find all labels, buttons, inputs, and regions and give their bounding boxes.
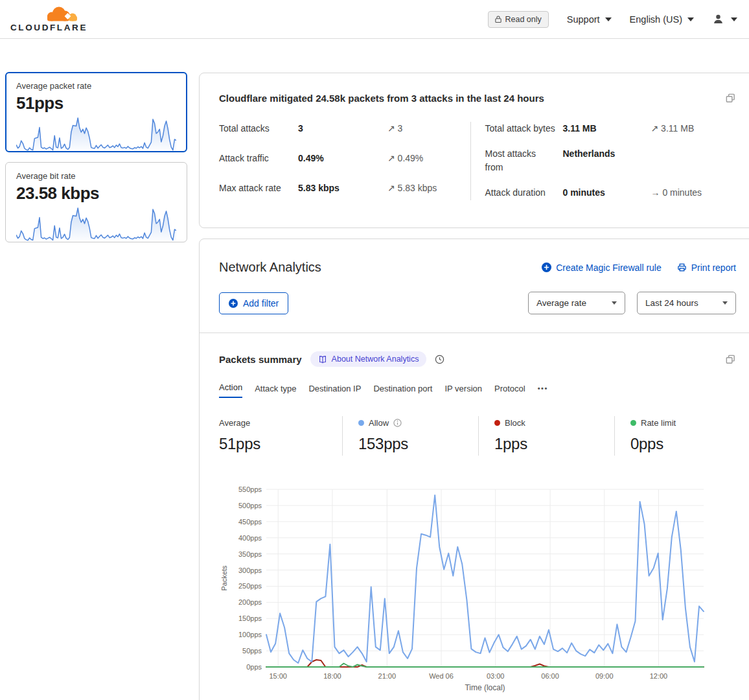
chevron-down-icon <box>605 18 612 21</box>
svg-text:Wed 06: Wed 06 <box>429 672 454 680</box>
tab-action[interactable]: Action <box>219 382 242 398</box>
support-label: Support <box>567 14 600 25</box>
stats-row: Average 51pps Allow <box>219 416 736 456</box>
add-filter-button[interactable]: Add filter <box>219 292 288 314</box>
sparkline-chart <box>16 205 176 242</box>
summary-title: Cloudflare mitigated 24.58k packets from… <box>219 93 544 104</box>
create-rule-label: Create Magic Firewall rule <box>556 262 662 273</box>
svg-text:150pps: 150pps <box>238 614 262 622</box>
copy-icon[interactable] <box>725 354 736 365</box>
stat-value: 51pps <box>219 435 342 453</box>
metric-card-packet-rate[interactable]: Average packet rate 51pps <box>5 72 187 152</box>
svg-text:15:00: 15:00 <box>269 672 287 680</box>
create-magic-firewall-rule-link[interactable]: Create Magic Firewall rule <box>542 262 662 273</box>
metric-select-value: Average rate <box>536 298 586 308</box>
stat-label: Allow <box>369 418 389 428</box>
stat-allow: Allow 153pps <box>342 416 478 456</box>
stat-value: Netherlands <box>563 147 651 161</box>
copy-icon[interactable] <box>725 93 736 104</box>
lock-icon <box>495 15 501 23</box>
section-title: Packets summary <box>219 354 302 365</box>
language-menu[interactable]: English (US) <box>630 14 694 25</box>
svg-text:06:00: 06:00 <box>541 672 559 680</box>
chevron-down-icon <box>722 301 728 305</box>
metric-card-bit-rate[interactable]: Average bit rate 23.58 kbps <box>5 162 187 242</box>
stat-block: Block 1pps <box>478 416 614 456</box>
svg-text:03:00: 03:00 <box>487 672 505 680</box>
svg-text:18:00: 18:00 <box>323 672 341 680</box>
tabs-overflow-button[interactable]: ••• <box>538 384 548 398</box>
svg-text:550pps: 550pps <box>238 485 262 493</box>
user-menu[interactable] <box>712 13 737 25</box>
stat-value: 5.83 kbps <box>298 181 387 196</box>
tab-ip-version[interactable]: IP version <box>444 384 482 398</box>
summary-left-column: Total attacks 3 ↗ 3 Attack traffic 0.49%… <box>219 122 470 200</box>
network-analytics-panel: Network Analytics Create Magic Firewall … <box>199 239 749 700</box>
metric-card-value: 51pps <box>16 93 176 113</box>
stat-label: Max attack rate <box>219 181 298 196</box>
language-label: English (US) <box>630 14 682 25</box>
svg-text:21:00: 21:00 <box>378 672 397 680</box>
packets-summary-section: Packets summary About Network Analytics <box>200 333 749 700</box>
stat-delta: ↗ 5.83 kbps <box>387 181 470 196</box>
stat-delta: → 0 minutes <box>651 186 737 200</box>
add-filter-label: Add filter <box>243 298 279 309</box>
stat-delta: ↗ 3 <box>387 122 470 136</box>
svg-text:Packets: Packets <box>220 565 228 591</box>
stat-value: 0pps <box>630 435 736 453</box>
stat-label: Attack duration <box>485 186 563 200</box>
support-menu[interactable]: Support <box>567 14 612 25</box>
tab-destination-port[interactable]: Destination port <box>373 384 432 398</box>
svg-text:12:00: 12:00 <box>650 672 668 680</box>
svg-text:Time (local): Time (local) <box>465 683 505 692</box>
metric-card-label: Average bit rate <box>16 171 176 181</box>
allow-dot-icon <box>358 420 364 426</box>
stat-value: 0.49% <box>298 152 387 166</box>
stat-rate-limit: Rate limit 0pps <box>614 416 736 456</box>
read-only-label: Read only <box>505 15 542 24</box>
tab-protocol[interactable]: Protocol <box>494 384 525 398</box>
stat-label: Most attacks from <box>485 147 563 175</box>
packets-line-chart: 0pps50pps100pps150pps200pps250pps300pps3… <box>219 482 713 698</box>
stat-label: Block <box>505 418 525 428</box>
about-network-analytics-badge[interactable]: About Network Analytics <box>310 351 427 367</box>
range-select-value: Last 24 hours <box>645 298 698 308</box>
clock-icon <box>435 355 444 364</box>
tab-destination-ip[interactable]: Destination IP <box>308 384 361 398</box>
print-report-label: Print report <box>691 262 736 273</box>
block-dot-icon <box>494 420 500 426</box>
stat-value: 3.11 MB <box>563 122 651 136</box>
summary-right-column: Total attack bytes 3.11 MB ↗ 3.11 MB Mos… <box>470 122 737 200</box>
attack-summary-card: Cloudflare mitigated 24.58k packets from… <box>199 73 749 228</box>
metric-select[interactable]: Average rate <box>528 292 625 314</box>
brand-text: CLOUDFLARE <box>10 23 87 32</box>
printer-icon <box>677 262 687 272</box>
stat-value: 1pps <box>494 435 614 453</box>
chevron-down-icon <box>687 18 694 21</box>
tab-attack-type[interactable]: Attack type <box>255 384 296 398</box>
time-range-select[interactable]: Last 24 hours <box>637 292 736 314</box>
header-bar: CLOUDFLARE Read only Support English (US… <box>0 0 749 39</box>
cloudflare-logo[interactable]: CLOUDFLARE <box>10 3 88 36</box>
stat-label: Total attacks <box>219 122 298 136</box>
stat-label: Average <box>219 418 250 428</box>
read-only-badge: Read only <box>488 11 549 28</box>
chevron-down-icon <box>612 301 617 305</box>
about-badge-label: About Network Analytics <box>332 355 419 364</box>
plus-circle-icon <box>542 262 551 272</box>
stat-delta: ↗ 3.11 MB <box>651 122 737 136</box>
print-report-link[interactable]: Print report <box>677 262 736 273</box>
svg-text:09:00: 09:00 <box>595 672 614 680</box>
stat-delta: ↗ 0.49% <box>387 152 470 166</box>
cloudflare-cloud-icon <box>43 5 79 23</box>
plus-circle-icon <box>229 299 238 308</box>
stat-label: Attack traffic <box>219 152 298 166</box>
metric-card-label: Average packet rate <box>16 81 176 91</box>
metric-card-value: 23.58 kbps <box>16 183 176 204</box>
stat-average: Average 51pps <box>219 416 342 456</box>
stat-label: Total attack bytes <box>485 122 563 136</box>
svg-text:500pps: 500pps <box>238 502 262 509</box>
user-icon <box>712 13 724 25</box>
sparkline-chart <box>16 115 176 152</box>
info-icon[interactable] <box>393 419 402 427</box>
